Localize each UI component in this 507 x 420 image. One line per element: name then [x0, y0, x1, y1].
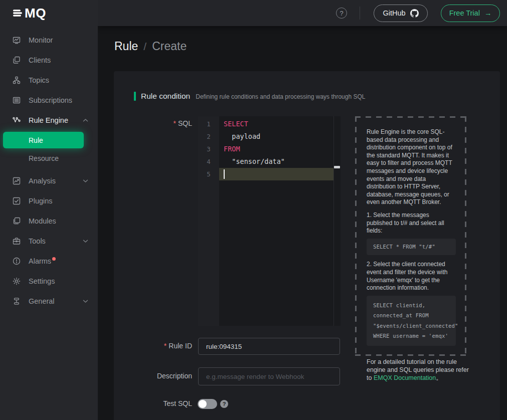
sidebar-item-analysis[interactable]: Analysis	[0, 171, 98, 191]
emq-logo[interactable]: MQ	[0, 0, 98, 26]
sql-label: *SQL	[112, 119, 192, 127]
emqx-documentation-link[interactable]: EMQX Documentation	[374, 374, 436, 381]
line-number: 3	[198, 143, 219, 155]
help-code-sample-2: SELECT clientid, connected_at FROM "$eve…	[367, 296, 456, 346]
sidebar-item-tools[interactable]: Tools	[0, 231, 98, 251]
required-mark: *	[164, 342, 166, 350]
sidebar-item-label: Monitor	[29, 36, 53, 44]
sidebar-item-label: Rule Engine	[29, 116, 68, 124]
sidebar-item-label: Resource	[29, 154, 59, 162]
sidebar-item-clients[interactable]: Clients	[0, 50, 98, 70]
text-cursor	[224, 169, 225, 179]
sql-code-editor[interactable]: 1 2 3 4 5 SELECT payload FROM "sensor/da…	[198, 116, 341, 326]
help-footer: For a detailed tutorial on the rule engi…	[367, 358, 472, 382]
sidebar-item-label: Clients	[29, 56, 51, 64]
sidebar: MQ Monitor Clients	[0, 0, 98, 420]
sidebar-subitem-resource[interactable]: Resource	[0, 149, 98, 167]
topics-icon	[12, 76, 21, 85]
github-icon	[410, 9, 419, 18]
sidebar-item-label: Settings	[29, 277, 55, 285]
code-sample-line: connected_at FROM	[373, 310, 449, 321]
code-line: SELECT	[219, 118, 341, 130]
main-content: Rule / Create Rule condition Defining ru…	[98, 26, 507, 420]
sidebar-item-label: Topics	[29, 76, 49, 84]
logo-text: MQ	[25, 6, 46, 21]
line-number: 2	[198, 130, 219, 143]
emq-bars-icon	[12, 7, 24, 19]
general-icon	[12, 297, 21, 306]
sidebar-item-monitor[interactable]: Monitor	[0, 30, 98, 50]
sidebar-item-label: Analysis	[29, 177, 56, 185]
rule-form-card: Rule condition Defining rule conditions …	[114, 71, 500, 420]
rule-engine-icon	[12, 116, 21, 125]
test-sql-toggle[interactable]	[198, 399, 217, 409]
subscriptions-icon	[12, 96, 21, 105]
code-line: "sensor/data"	[219, 155, 341, 168]
section-header: Rule condition Defining rule conditions …	[134, 92, 365, 101]
sidebar-subitem-rule[interactable]: Rule	[3, 132, 84, 148]
sidebar-item-settings[interactable]: Settings	[0, 271, 98, 291]
sidebar-item-rule-engine[interactable]: Rule Engine	[0, 110, 98, 130]
sidebar-item-label: Plugins	[29, 197, 53, 205]
sidebar-item-modules[interactable]: Modules	[0, 211, 98, 231]
chevron-down-icon	[83, 299, 88, 304]
help-step2-text: 2. Select the client connected event and…	[367, 261, 456, 292]
chevron-down-icon	[83, 178, 88, 183]
section-subtitle: Defining rule conditions and data proces…	[196, 93, 365, 100]
help-step1-text: 1. Select the messages published to t/# …	[367, 212, 456, 235]
rule-id-input[interactable]	[198, 338, 340, 355]
help-footer-suffix: 。	[436, 374, 442, 381]
code-sample-line: "$events/client_connected"	[373, 321, 449, 331]
sidebar-item-general[interactable]: General	[0, 291, 98, 311]
editor-gutter: 1 2 3 4 5	[198, 116, 219, 326]
help-icon[interactable]: ?	[336, 8, 347, 19]
line-number: 5	[198, 168, 219, 180]
line-number: 1	[198, 118, 219, 130]
topbar-divider	[360, 7, 360, 20]
sidebar-nav: Monitor Clients Topics	[0, 26, 98, 311]
editor-code-area[interactable]: SELECT payload FROM "sensor/data"	[219, 116, 341, 326]
sidebar-item-plugins[interactable]: Plugins	[0, 191, 98, 211]
code-sample-line: SELECT clientid,	[373, 300, 449, 311]
code-line	[219, 168, 341, 180]
tools-icon	[12, 237, 21, 246]
required-mark: *	[174, 119, 176, 127]
help-glyph: ?	[223, 401, 226, 407]
breadcrumb-rule-link[interactable]: Rule	[114, 40, 138, 53]
section-title: Rule condition	[141, 92, 190, 101]
github-button[interactable]: GitHub	[374, 5, 428, 22]
help-glyph: ?	[340, 10, 343, 17]
code-sample-line: WHERE username = 'emqx'	[373, 331, 449, 341]
breadcrumb-separator: /	[143, 41, 146, 53]
free-trial-label: Free Trial	[449, 9, 480, 17]
sidebar-item-label: Alarms	[29, 257, 51, 265]
chevron-up-icon	[83, 118, 88, 123]
clients-icon	[12, 56, 21, 65]
topbar: ? GitHub Free Trial →	[98, 0, 507, 26]
test-sql-help-icon[interactable]: ?	[220, 400, 228, 408]
nav-gap	[0, 167, 98, 171]
sidebar-item-label: Tools	[29, 237, 46, 245]
line-number: 4	[198, 155, 219, 168]
sidebar-item-subscriptions[interactable]: Subscriptions	[0, 90, 98, 110]
sidebar-item-label: General	[29, 297, 55, 305]
monitor-icon	[12, 36, 21, 45]
sidebar-item-label: Subscriptions	[29, 96, 72, 104]
section-accent-bar	[134, 92, 136, 101]
modules-icon	[12, 217, 21, 226]
description-input[interactable]	[198, 367, 340, 385]
alarm-alert-dot	[52, 257, 56, 261]
free-trial-button[interactable]: Free Trial →	[441, 5, 500, 22]
breadcrumb: Rule / Create	[114, 40, 187, 53]
alert-circle-icon	[12, 257, 21, 266]
sidebar-item-alarms[interactable]: Alarms	[0, 251, 98, 271]
plugins-icon	[12, 196, 21, 205]
sidebar-item-topics[interactable]: Topics	[0, 70, 98, 90]
sidebar-item-label: Modules	[29, 217, 56, 225]
gear-icon	[12, 277, 21, 286]
help-code-sample-1: SELECT * FROM "t/#"	[367, 239, 456, 256]
chevron-down-icon	[83, 239, 88, 244]
description-label: Description	[112, 372, 192, 380]
code-line: payload	[219, 130, 341, 143]
rule-engine-help-panel: Rule Engine is the core SQL-based data p…	[355, 116, 466, 356]
